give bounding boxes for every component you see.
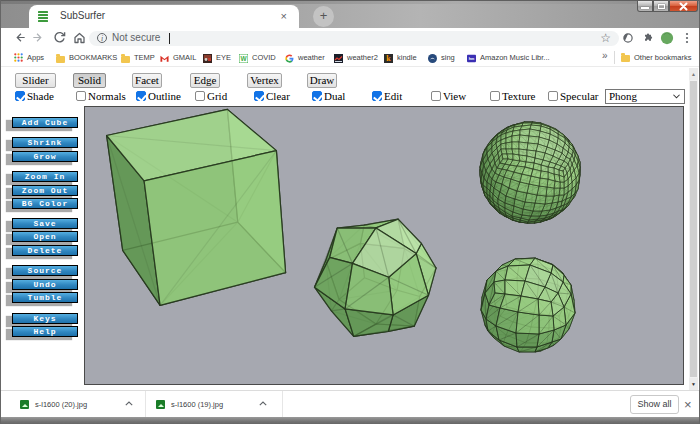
- checkbox-label: Specular: [560, 90, 598, 102]
- checkbox[interactable]: [372, 91, 382, 101]
- gmail-icon: [160, 49, 169, 67]
- bookmark-label: Amazon Music Libr...: [480, 53, 550, 62]
- checkbox-item[interactable]: Edit: [372, 89, 402, 103]
- checkbox-label: Clear: [266, 90, 290, 102]
- scroll-up-button[interactable]: ▲: [689, 68, 698, 80]
- render-canvas[interactable]: [84, 106, 684, 385]
- reload-button[interactable]: [52, 31, 66, 45]
- image-file-icon: [20, 400, 29, 409]
- select-value: Phong: [609, 90, 637, 102]
- sidebar-button-11[interactable]: Tumble: [12, 292, 78, 303]
- sidebar-button-4[interactable]: Zoom Out: [12, 185, 78, 196]
- forward-button[interactable]: [31, 31, 45, 45]
- checkbox[interactable]: [195, 91, 205, 101]
- home-button[interactable]: [72, 31, 86, 45]
- maximize-button[interactable]: [653, 1, 669, 12]
- bookmark-label: weather2: [347, 53, 378, 62]
- close-button[interactable]: [669, 1, 698, 12]
- sidebar-button-1[interactable]: Shrink: [12, 137, 78, 148]
- checkbox[interactable]: [136, 91, 146, 101]
- chevron-up-icon[interactable]: [259, 401, 267, 406]
- sidebar-button-12[interactable]: Keys: [12, 313, 78, 324]
- checkbox-item[interactable]: Specular: [548, 89, 598, 103]
- extension-circle-icon[interactable]: [622, 32, 638, 48]
- shading-mode-select[interactable]: Phong: [605, 89, 685, 104]
- tab-title: SubSurfer: [60, 10, 105, 21]
- bookmark-label: Apps: [27, 53, 44, 62]
- sidebar-button-2[interactable]: Grow: [12, 151, 78, 162]
- sidebar-button-6[interactable]: Save: [12, 218, 78, 229]
- bookmark-item[interactable]: sing: [428, 50, 455, 65]
- tab-close-icon[interactable]: ×: [281, 9, 287, 23]
- extensions-puzzle-icon[interactable]: [642, 32, 658, 48]
- sidebar-button-0[interactable]: Add Cube: [12, 117, 78, 128]
- scene-svg: [85, 107, 682, 383]
- scrollbar-thumb[interactable]: [690, 81, 697, 377]
- bookmark-item[interactable]: EYE: [203, 50, 231, 65]
- bookmark-apps[interactable]: Apps: [14, 50, 44, 65]
- subsurfer-favicon: [38, 11, 48, 21]
- sidebar-button-5[interactable]: BG Color: [12, 198, 78, 209]
- mode-button-0[interactable]: Slider: [15, 73, 56, 88]
- bookmark-star-icon[interactable]: ☆: [600, 31, 611, 45]
- checkbox[interactable]: [431, 91, 441, 101]
- new-tab-button[interactable]: +: [313, 6, 334, 27]
- info-icon[interactable]: i: [97, 33, 107, 43]
- bookmark-label: TEMP: [134, 53, 155, 62]
- checkbox-item[interactable]: View: [431, 89, 466, 103]
- checkbox-item[interactable]: Texture: [490, 89, 535, 103]
- download-bar: s-l1600 (20).jpg s-l1600 (19).jpg Show a…: [1, 390, 700, 417]
- bookmark-item[interactable]: BOOKMARKS: [56, 50, 117, 65]
- menu-dots-icon[interactable]: [681, 32, 697, 48]
- bookmark-item[interactable]: weather2: [334, 50, 378, 65]
- checkbox-item[interactable]: Grid: [195, 89, 227, 103]
- browser-tab[interactable]: SubSurfer ×: [29, 5, 299, 28]
- downloads-close-icon[interactable]: ×: [684, 397, 692, 412]
- bookmark-item[interactable]: WCOVID: [239, 50, 276, 65]
- mode-button-4[interactable]: Vertex: [247, 73, 282, 88]
- bookmarks-overflow-chevron[interactable]: »: [602, 50, 608, 61]
- checkbox-item[interactable]: Outline: [136, 89, 181, 103]
- checkbox[interactable]: [490, 91, 500, 101]
- page-scrollbar[interactable]: ▲ ▼: [689, 68, 698, 390]
- sidebar-button-13[interactable]: Help: [12, 326, 78, 337]
- sidebar-button-9[interactable]: Source: [12, 265, 78, 276]
- checkbox-item[interactable]: Clear: [254, 89, 290, 103]
- bookmark-item[interactable]: weather: [285, 50, 325, 65]
- address-bar[interactable]: i Not secure ☆: [89, 31, 619, 46]
- mode-button-5[interactable]: Draw: [307, 73, 337, 88]
- checkbox[interactable]: [254, 91, 264, 101]
- checkbox-item[interactable]: Dual: [312, 89, 345, 103]
- sidebar-button-3[interactable]: Zoom In: [12, 171, 78, 182]
- checkbox-item[interactable]: Normals: [76, 89, 126, 103]
- mode-button-3[interactable]: Edge: [190, 73, 220, 88]
- chevron-up-icon[interactable]: [125, 401, 133, 406]
- checkbox-item[interactable]: Shade: [15, 89, 54, 103]
- minimize-button[interactable]: [637, 1, 653, 12]
- sidebar-button-8[interactable]: Delete: [12, 245, 78, 256]
- checkbox[interactable]: [312, 91, 322, 101]
- download-filename: s-l1600 (20).jpg: [35, 400, 87, 409]
- bookmark-label: weather: [298, 53, 325, 62]
- checkbox[interactable]: [76, 91, 86, 101]
- svg-text:k: k: [386, 54, 391, 63]
- bookmark-label: kindle: [397, 53, 417, 62]
- show-all-button[interactable]: Show all: [630, 395, 679, 414]
- bookmark-label: COVID: [252, 53, 276, 62]
- other-bookmarks[interactable]: Other bookmarks: [621, 50, 692, 65]
- profile-avatar[interactable]: [660, 31, 676, 47]
- bookmark-item[interactable]: hmAmazon Music Libr...: [467, 50, 550, 65]
- sidebar-button-7[interactable]: Open: [12, 231, 78, 242]
- blue-circle-icon: [428, 49, 437, 67]
- bookmark-item[interactable]: GMAIL: [160, 50, 196, 65]
- sidebar-button-10[interactable]: Undo: [12, 279, 78, 290]
- bookmark-item[interactable]: kkindle: [384, 50, 417, 65]
- mode-button-2[interactable]: Facet: [132, 73, 162, 88]
- mode-button-1[interactable]: Solid: [73, 73, 106, 88]
- bookmark-item[interactable]: TEMP: [121, 50, 155, 65]
- scroll-down-button[interactable]: ▼: [689, 378, 698, 390]
- browser-window: SubSurfer × + i Not secure ☆ Apps BOOKMA…: [0, 0, 700, 424]
- checkbox[interactable]: [15, 91, 25, 101]
- checkbox[interactable]: [548, 91, 558, 101]
- back-button[interactable]: [13, 31, 27, 45]
